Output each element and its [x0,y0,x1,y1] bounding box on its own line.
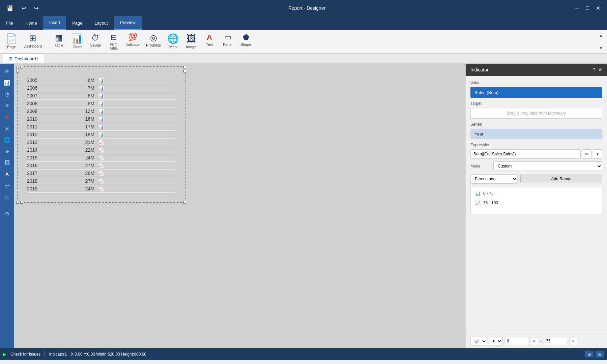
ribbon-panel[interactable]: ▭ Panel [219,32,236,52]
series-box[interactable]: Year [470,129,602,139]
table-row: 2019 24M 📈 [27,185,175,193]
ribbon-pivot[interactable]: ⊟ PivotTable [105,32,122,52]
tab-label: Dashboard1 [15,56,38,61]
check-issues-label[interactable]: Check for Issues [10,352,40,357]
ribbon-page[interactable]: 📄 Page [3,32,20,51]
image-icon: 🖼 [186,33,196,44]
sidebar-indicator[interactable]: 💯 [1,112,13,122]
row-value: 12M [67,109,94,114]
row-value: 18M [67,132,94,137]
handle-ml[interactable] [16,70,19,72]
row-value: 21M [67,140,94,145]
ribbon-text[interactable]: A Text [201,32,218,52]
export-button-2[interactable]: ⊟ [596,351,604,358]
handle-bl[interactable] [16,201,19,204]
ribbon-map[interactable]: 🌐 Map [164,32,182,52]
range-label: 75 - 100 [483,201,498,205]
sidebar-filter[interactable]: ⊡ [1,192,13,203]
canvas-area[interactable]: 2005 6M 📊 2006 7M 📊 2007 8M 📊 2008 8M 📊 … [14,64,465,348]
ribbon-image[interactable]: 🖼 Image [182,32,200,52]
expression-edit-button[interactable]: ✏ [582,149,591,159]
ribbon-more-bottom[interactable]: ▼ [598,45,604,51]
panel-close-button[interactable]: ✕ [598,67,602,72]
range-item[interactable]: 📊 0 - 75 [472,189,601,198]
tab-dashboard1[interactable]: ⊞ Dashboard1 [3,54,44,63]
ribbon-indicator-label: Indicator [126,42,140,47]
sidebar-grid[interactable]: ⊞ [1,66,13,77]
expression-input[interactable] [470,149,581,159]
ribbon-table[interactable]: ▦ Table [50,32,68,52]
row-year: 2011 [27,124,67,129]
icon-type-select[interactable]: 📊 📈 [470,337,487,345]
range-start-edit[interactable]: ✏ [530,337,538,345]
panel-help-button[interactable]: ? [593,67,596,72]
handle-tc[interactable] [20,66,23,68]
row-icon: 📊 [98,93,104,98]
menu-home[interactable]: Home [19,16,43,30]
sidebar-image[interactable]: 🖼 [1,157,13,168]
range-icon: 📈 [475,200,481,206]
sidebar-map[interactable]: 🌐 [1,134,13,145]
sidebar-settings[interactable]: ⚙ [1,208,13,219]
range-item[interactable]: 📈 75 - 100 [472,198,601,208]
ribbon-gauge[interactable]: ⏱ Gauge [87,32,104,52]
menu-preview[interactable]: Preview [114,16,142,30]
handle-tl[interactable] [16,66,19,68]
export-button-1[interactable]: ⊟ [585,351,594,358]
ribbon-shape[interactable]: ⬟ Shape [237,32,255,52]
sidebar-text[interactable]: A [1,169,13,180]
mode-label: Mode [470,164,491,169]
redo-button[interactable]: ↪ [31,4,41,13]
progress-icon: ◎ [150,33,157,42]
handle-bc[interactable] [20,201,23,204]
mode-select[interactable]: Custom Auto Manual [493,161,602,171]
row-year: 2012 [27,132,67,137]
icon-dropdown-select[interactable]: ▾ [489,337,502,345]
text-icon: A [207,33,212,42]
ribbon-more-top[interactable]: ▲ [598,32,604,38]
ribbon-dashboard[interactable]: ⊞ Dashboard [21,32,45,51]
handle-tr[interactable] [183,66,186,68]
menu-insert[interactable]: Insert [43,16,66,30]
expression-dropdown-button[interactable]: ▾ [593,149,602,159]
close-button[interactable]: ✕ [593,4,603,13]
row-year: 2015 [27,155,67,160]
menu-layout[interactable]: Layout [89,16,114,30]
panel-title: Indicator [470,67,489,72]
table-row: 2014 22M 📈 [27,146,175,154]
range-start-input[interactable] [504,337,528,345]
table-row: 2018 27M 📈 [27,177,175,185]
position-label: X:0.00 Y:0.00 Width:520.00 Height:600.00 [71,352,146,357]
menu-file[interactable]: File [0,16,19,30]
sidebar-panel[interactable]: ▭ [1,180,13,191]
sidebar-arrow[interactable]: ➤ [1,146,13,157]
sidebar-expand[interactable]: › [6,204,7,208]
table-icon: ▦ [55,33,63,42]
ribbon-progress-label: Progress [146,43,161,48]
menu-page[interactable]: Page [66,16,88,30]
add-range-button[interactable]: Add Range [520,175,602,183]
target-box[interactable]: Drag & drop data from Dictionary [470,108,602,119]
ribbon-chart[interactable]: 📊 Chart [68,32,86,52]
handle-br[interactable] [183,201,186,204]
play-button[interactable]: ▶ [3,352,6,357]
value-box[interactable]: Sales (Sum) [470,87,602,98]
range-end-input[interactable] [544,337,567,345]
table-row: 2005 6M 📊 [27,77,175,84]
ribbon-pivot-label: PivotTable [110,42,118,51]
ribbon-progress[interactable]: ◎ Progress [143,32,164,52]
sidebar-chart[interactable]: 📊 [1,77,13,88]
sidebar-list[interactable]: ≡ [1,100,13,111]
undo-button[interactable]: ↩ [19,4,29,13]
save-button[interactable]: 💾 [4,4,16,13]
minimize-button[interactable]: ─ [573,4,582,13]
bottom-controls: 📊 📈 ▾ ✏ - ✏ [466,334,607,348]
percentage-select[interactable]: Percentage Absolute [470,174,518,184]
range-end-edit[interactable]: ✏ [569,337,577,345]
sidebar-progress[interactable]: ◎ [1,123,13,134]
maximize-button[interactable]: □ [583,4,592,13]
handle-mr[interactable] [183,70,186,72]
ribbon-indicator[interactable]: 💯 Indicator [123,32,143,52]
sidebar-gauge[interactable]: ◔ [1,89,13,99]
row-value: 22M [67,147,94,153]
